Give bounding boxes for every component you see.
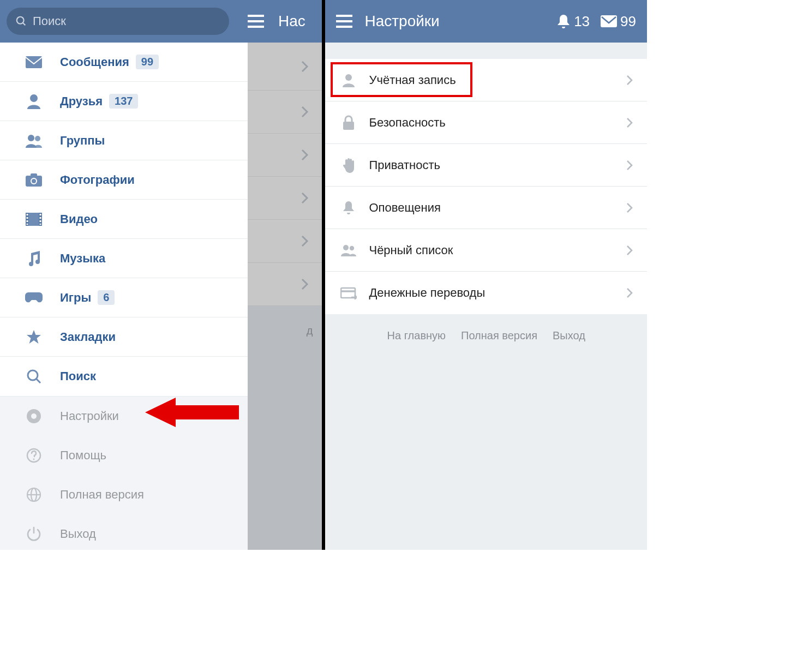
- sidebar-secondary: Настройки Помощь: [0, 396, 248, 550]
- sidebar-item-video[interactable]: Видео: [0, 200, 248, 239]
- svg-rect-19: [27, 224, 28, 225]
- svg-rect-2: [248, 15, 264, 17]
- menu-button[interactable]: [248, 15, 264, 28]
- sidebar-item-search[interactable]: Поиск: [0, 357, 248, 396]
- svg-rect-23: [40, 224, 41, 225]
- settings-item-notifications[interactable]: Оповещения: [325, 187, 647, 229]
- chevron-right-icon: [626, 160, 633, 171]
- search-placeholder: Поиск: [33, 14, 66, 28]
- svg-point-8: [35, 136, 40, 141]
- footer-full-link[interactable]: Полная версия: [461, 329, 537, 342]
- svg-rect-3: [248, 20, 264, 22]
- footer-home-link[interactable]: На главную: [387, 329, 446, 342]
- sidebar-item-bookmarks[interactable]: Закладки: [0, 317, 248, 357]
- settings-item-label: Приватность: [369, 158, 626, 172]
- settings-item-label: Оповещения: [369, 201, 626, 215]
- settings-item-label: Чёрный список: [369, 243, 626, 257]
- svg-rect-10: [31, 173, 37, 177]
- chevron-right-icon: [301, 106, 309, 118]
- sidebar-item-messages[interactable]: Сообщения 99: [0, 43, 248, 82]
- settings-item-blacklist[interactable]: Чёрный список: [325, 229, 647, 272]
- bell-icon: [337, 200, 360, 215]
- settings-item-account[interactable]: Учётная запись: [325, 59, 647, 101]
- hamburger-icon: [248, 15, 264, 28]
- sidebar-item-help[interactable]: Помощь: [0, 436, 248, 475]
- search-icon: [22, 369, 46, 384]
- sidebar-item-settings[interactable]: Настройки: [0, 397, 248, 436]
- search-input[interactable]: Поиск: [7, 8, 229, 35]
- svg-rect-43: [341, 288, 355, 298]
- dim-row: [248, 220, 322, 263]
- right-body: Учётная запись Безопасность Приватность: [325, 43, 647, 550]
- sidebar-item-fullversion[interactable]: Полная версия: [0, 475, 248, 514]
- sidebar-item-label: Музыка: [60, 251, 105, 266]
- sidebar-item-games[interactable]: Игры 6: [0, 278, 248, 317]
- sidebar-item-exit[interactable]: Выход: [0, 514, 248, 550]
- sidebar-item-label: Полная версия: [60, 488, 144, 502]
- chevron-right-icon: [301, 61, 309, 73]
- sidebar-item-friends[interactable]: Друзья 137: [0, 82, 248, 121]
- svg-rect-18: [27, 220, 28, 222]
- svg-rect-36: [336, 20, 352, 22]
- right-pane: Настройки 13 99 Учётная запись: [325, 0, 647, 550]
- arrow-annotation: [145, 397, 239, 430]
- page-title: Настройки: [364, 13, 439, 30]
- svg-point-7: [28, 135, 34, 141]
- lock-icon: [337, 115, 360, 130]
- svg-rect-20: [40, 214, 41, 215]
- left-header: Поиск Нас: [0, 0, 322, 43]
- chevron-right-icon: [301, 235, 309, 247]
- svg-rect-38: [601, 15, 617, 27]
- svg-rect-17: [27, 217, 28, 219]
- notifications-button[interactable]: 13: [556, 13, 590, 30]
- chevron-right-icon: [301, 192, 309, 204]
- svg-rect-5: [26, 56, 42, 68]
- sidebar-item-label: Закладки: [60, 330, 116, 344]
- footer-exit-link[interactable]: Выход: [553, 329, 585, 342]
- settings-item-security[interactable]: Безопасность: [325, 101, 647, 144]
- card-icon: [337, 286, 360, 299]
- power-icon: [22, 526, 46, 542]
- chevron-right-icon: [626, 117, 633, 128]
- badge: 6: [98, 290, 115, 305]
- notifications-count: 13: [574, 13, 590, 30]
- sidebar-item-label: Друзья: [60, 94, 103, 109]
- left-body: Сообщения 99 Друзья 137 Группы: [0, 43, 322, 550]
- badge: 137: [109, 94, 138, 109]
- chevron-right-icon: [626, 287, 633, 298]
- settings-item-label: Учётная запись: [369, 73, 626, 87]
- svg-point-6: [30, 94, 38, 102]
- sidebar-item-label: Выход: [60, 527, 96, 541]
- sidebar-item-label: Настройки: [60, 409, 119, 423]
- svg-line-26: [37, 379, 40, 383]
- svg-point-0: [17, 17, 24, 24]
- sidebar-item-photos[interactable]: Фотографии: [0, 160, 248, 200]
- sidebar-item-music[interactable]: Музыка: [0, 239, 248, 278]
- svg-marker-29: [145, 398, 239, 427]
- mail-icon: [601, 15, 617, 27]
- dim-footer: д: [248, 306, 322, 550]
- people-icon: [337, 244, 360, 257]
- sidebar-item-label: Помощь: [60, 448, 106, 463]
- menu-button[interactable]: [336, 15, 352, 28]
- sidebar-item-label: Поиск: [60, 369, 96, 383]
- settings-item-privacy[interactable]: Приватность: [325, 144, 647, 187]
- left-pane: Поиск Нас Сообщения 99: [0, 0, 322, 550]
- help-icon: [22, 448, 46, 463]
- sidebar-item-label: Игры: [60, 291, 91, 305]
- svg-point-41: [343, 245, 349, 250]
- settings-item-transfers[interactable]: Денежные переводы: [325, 272, 647, 314]
- settings-item-label: Денежные переводы: [369, 286, 626, 300]
- chevron-right-icon: [626, 75, 633, 86]
- messages-count: 99: [620, 13, 636, 30]
- games-icon: [22, 292, 46, 303]
- music-icon: [22, 251, 46, 266]
- dim-row: [248, 263, 322, 306]
- svg-rect-37: [336, 26, 352, 28]
- sidebar-item-groups[interactable]: Группы: [0, 121, 248, 160]
- svg-rect-40: [343, 122, 354, 130]
- settings-list: Учётная запись Безопасность Приватность: [325, 59, 647, 314]
- mail-icon: [22, 56, 46, 68]
- messages-button[interactable]: 99: [601, 13, 636, 30]
- dim-row: [248, 177, 322, 220]
